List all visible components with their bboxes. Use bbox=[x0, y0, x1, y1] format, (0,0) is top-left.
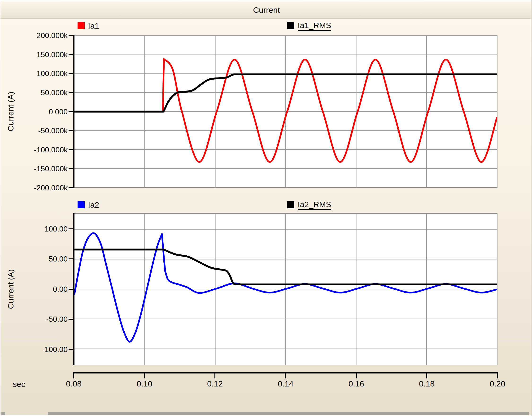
ia2-chart-canvas bbox=[74, 214, 497, 365]
x-tick-label: 0.20 bbox=[481, 379, 514, 388]
x-tick bbox=[426, 373, 427, 378]
y-tick-label: 0.000 bbox=[10, 107, 68, 116]
window-bottom-border bbox=[0, 415, 532, 416]
legend-item-ia2[interactable]: Ia2 bbox=[78, 200, 99, 210]
plot-frame-window: Current Ia1 Ia1_RMS Ia2 Ia2_RMS Current … bbox=[0, 0, 532, 416]
x-tick-label: 0.14 bbox=[269, 379, 302, 388]
y-tick bbox=[69, 187, 74, 188]
title-bar[interactable]: Current bbox=[0, 1, 532, 19]
page-title: Current bbox=[0, 1, 532, 19]
y-tick bbox=[69, 319, 74, 320]
y-tick-label: 0.00 bbox=[10, 285, 68, 294]
ia1-chart-canvas bbox=[74, 36, 497, 187]
y-tick bbox=[69, 349, 74, 350]
legend-item-ia1-rms[interactable]: Ia1_RMS bbox=[287, 21, 331, 31]
horizontal-scrollbar-thumb[interactable] bbox=[48, 412, 529, 415]
y-tick-label: 50.00 bbox=[10, 255, 68, 263]
y-tick bbox=[69, 258, 74, 259]
legend-label-ia2-rms: Ia2_RMS bbox=[298, 200, 331, 210]
y-tick bbox=[69, 130, 74, 131]
x-tick bbox=[73, 373, 74, 378]
x-tick-label: 0.18 bbox=[410, 379, 443, 388]
x-tick bbox=[144, 373, 145, 378]
legend-label-ia1: Ia1 bbox=[88, 21, 99, 30]
y-tick bbox=[69, 111, 74, 112]
y-tick-label: -100.00 bbox=[10, 345, 68, 354]
plot-area-ia1[interactable] bbox=[74, 35, 497, 188]
y-tick bbox=[69, 168, 74, 169]
legend-swatch-ia1-rms bbox=[287, 22, 294, 29]
y-tick-label: 50.000k bbox=[10, 88, 68, 97]
y-tick-label: -50.00 bbox=[10, 315, 68, 324]
legend-swatch-ia2-rms bbox=[287, 201, 294, 208]
y-tick bbox=[69, 289, 74, 290]
window-right-border bbox=[531, 0, 532, 416]
y-tick bbox=[69, 35, 74, 36]
x-tick-label: 0.08 bbox=[57, 379, 90, 388]
y-tick bbox=[69, 54, 74, 55]
y-tick bbox=[69, 92, 74, 93]
legend-label-ia1-rms: Ia1_RMS bbox=[298, 21, 331, 31]
x-tick-label: 0.12 bbox=[198, 379, 231, 388]
y-tick-label: -100.000k bbox=[10, 145, 68, 154]
x-tick bbox=[497, 373, 498, 378]
x-tick bbox=[215, 373, 215, 378]
y-tick-label: 200.000k bbox=[10, 31, 68, 40]
x-tick bbox=[356, 373, 357, 378]
legend-item-ia1[interactable]: Ia1 bbox=[78, 21, 99, 31]
y-tick-label: 100.000k bbox=[10, 69, 68, 78]
y-tick bbox=[69, 149, 74, 150]
legend-label-ia2: Ia2 bbox=[88, 200, 99, 209]
legend-swatch-ia1 bbox=[78, 22, 85, 29]
y-tick-label: 150.000k bbox=[10, 50, 68, 59]
scrollbar-left-stub[interactable] bbox=[1, 412, 5, 415]
legend-item-ia2-rms[interactable]: Ia2_RMS bbox=[287, 200, 331, 210]
y-tick bbox=[69, 228, 74, 229]
y-tick bbox=[69, 73, 74, 74]
legend-swatch-ia2 bbox=[78, 201, 85, 208]
x-tick-label: 0.10 bbox=[128, 379, 161, 388]
plot-area-ia2[interactable] bbox=[74, 213, 497, 365]
x-tick bbox=[285, 373, 286, 378]
y-tick-label: -50.000k bbox=[10, 126, 68, 135]
y-tick-label: -150.000k bbox=[10, 164, 68, 173]
y-tick-label: 100.00 bbox=[10, 224, 68, 233]
y-tick-label: -200.000k bbox=[10, 183, 68, 192]
x-axis-unit-label: sec bbox=[13, 379, 41, 389]
x-tick-label: 0.16 bbox=[340, 379, 373, 388]
